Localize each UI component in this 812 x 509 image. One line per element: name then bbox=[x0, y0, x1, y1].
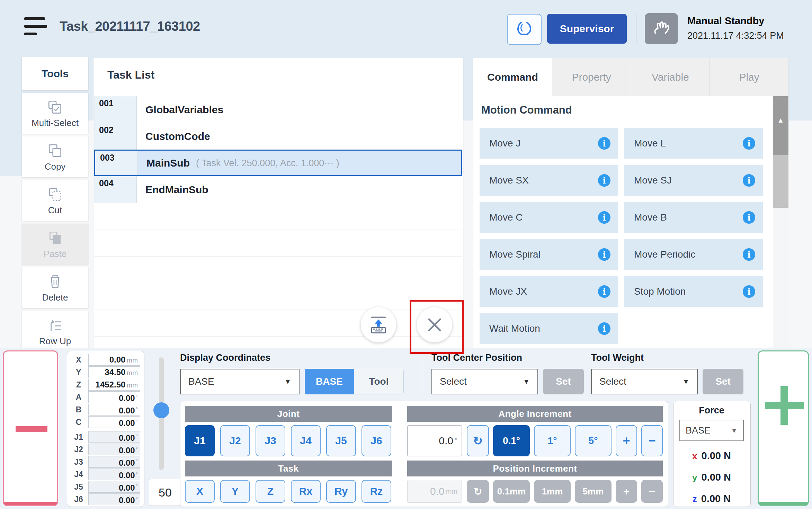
jog-task-z[interactable]: Z bbox=[256, 480, 285, 503]
gripper-button[interactable] bbox=[507, 14, 542, 45]
info-icon[interactable]: i bbox=[743, 137, 755, 150]
tool-cut-button[interactable]: Cut bbox=[22, 180, 88, 221]
hamburger-menu-button[interactable] bbox=[24, 17, 48, 40]
tool-weight-select[interactable]: Select ▼ bbox=[591, 369, 698, 394]
task-row-003-selected[interactable]: 003 MainSub ( Task Vel. 250.000, Acc. 1.… bbox=[94, 150, 462, 176]
axis-label: J2 bbox=[70, 444, 87, 456]
command-move-spiral[interactable]: Move Spirali bbox=[480, 239, 618, 270]
task-row-name: CustomCode bbox=[137, 123, 462, 150]
toggle-tool[interactable]: Tool bbox=[354, 369, 404, 394]
command-move-periodic[interactable]: Move Periodici bbox=[624, 239, 763, 270]
position-increment-header: Position Increment bbox=[407, 461, 663, 476]
position-increment-5mm[interactable]: 5mm bbox=[575, 480, 612, 503]
info-icon[interactable]: i bbox=[598, 211, 610, 224]
jog-button-label: Z bbox=[267, 485, 274, 497]
tab-property[interactable]: Property bbox=[552, 58, 631, 96]
command-wait-motion[interactable]: Wait Motioni bbox=[480, 313, 618, 344]
task-row-004[interactable]: 004 EndMainSub bbox=[94, 176, 462, 203]
task-list-title: Task List bbox=[107, 69, 154, 81]
info-icon[interactable]: i bbox=[743, 248, 755, 261]
tool-weight-set-button[interactable]: Set bbox=[703, 369, 743, 394]
info-icon[interactable]: i bbox=[598, 248, 610, 261]
jog-task-rz[interactable]: Rz bbox=[362, 480, 391, 503]
gripper-icon bbox=[515, 20, 533, 38]
increment-label: 1° bbox=[548, 435, 557, 446]
command-stop-motion[interactable]: Stop Motioni bbox=[624, 276, 763, 307]
angle-increment-5[interactable]: 5° bbox=[575, 425, 612, 456]
command-move-c[interactable]: Move Ci bbox=[480, 202, 618, 233]
coord-row-j5: J5 0.00° bbox=[70, 481, 140, 493]
position-increment-0-1mm[interactable]: 0.1mm bbox=[493, 480, 530, 503]
command-move-sx[interactable]: Move SXi bbox=[480, 165, 618, 196]
angle-increment-plus[interactable]: + bbox=[616, 425, 637, 456]
position-increment-1mm[interactable]: 1mm bbox=[534, 480, 571, 503]
virtual-keyboard-button[interactable] bbox=[361, 307, 396, 342]
info-icon[interactable]: i bbox=[598, 174, 610, 187]
tool-copy-button[interactable]: Copy bbox=[22, 136, 88, 177]
info-icon[interactable]: i bbox=[598, 137, 610, 150]
jog-joint-j2[interactable]: J2 bbox=[220, 425, 250, 456]
angle-increment-0-1[interactable]: 0.1° bbox=[493, 425, 530, 456]
tool-delete-button[interactable]: Delete bbox=[22, 267, 88, 308]
manual-mode-button[interactable] bbox=[645, 13, 678, 44]
tab-command[interactable]: Command bbox=[473, 58, 552, 96]
info-icon[interactable]: i bbox=[598, 322, 610, 335]
position-reset-button[interactable]: ↻ bbox=[467, 480, 489, 503]
info-icon[interactable]: i bbox=[743, 285, 755, 298]
position-increment-minus[interactable]: − bbox=[641, 480, 663, 503]
display-coordinates-label: Display Coordinates bbox=[180, 352, 270, 363]
jog-task-y[interactable]: Y bbox=[220, 480, 250, 503]
jog-joint-j5[interactable]: J5 bbox=[326, 425, 356, 456]
tool-center-position-select[interactable]: Select ▼ bbox=[431, 369, 538, 394]
command-move-sj[interactable]: Move SJi bbox=[624, 165, 763, 196]
command-label: Wait Motion bbox=[489, 323, 540, 334]
value-text: 0.00 bbox=[109, 355, 126, 364]
position-increment-plus[interactable]: + bbox=[616, 480, 637, 503]
force-frame-select[interactable]: BASE ▼ bbox=[679, 420, 744, 441]
info-icon[interactable]: i bbox=[598, 285, 610, 298]
info-icon[interactable]: i bbox=[743, 174, 755, 187]
command-move-l[interactable]: Move Li bbox=[624, 128, 763, 159]
task-row-001[interactable]: 001 GlobalVariables bbox=[94, 96, 462, 123]
supervisor-button[interactable]: Supervisor bbox=[547, 14, 627, 44]
angle-increment-input[interactable]: 0.0° bbox=[407, 425, 462, 456]
command-move-j[interactable]: Move Ji bbox=[480, 128, 618, 159]
command-move-b[interactable]: Move Bi bbox=[624, 202, 763, 233]
speed-slider-knob[interactable] bbox=[153, 402, 169, 418]
tool-center-position-set-button[interactable]: Set bbox=[543, 369, 584, 394]
angle-increment-minus[interactable]: − bbox=[641, 425, 663, 456]
task-row-002[interactable]: 002 CustomCode bbox=[94, 123, 462, 150]
jog-joint-j3[interactable]: J3 bbox=[256, 425, 285, 456]
value-text: 0.00 bbox=[119, 458, 135, 467]
jog-joint-j4[interactable]: J4 bbox=[291, 425, 321, 456]
jog-minus-button[interactable] bbox=[3, 350, 58, 506]
jog-task-rx[interactable]: Rx bbox=[291, 480, 321, 503]
value-text: 0.00 bbox=[119, 406, 135, 415]
toggle-base[interactable]: BASE bbox=[305, 369, 354, 394]
display-coordinates-select[interactable]: BASE ▼ bbox=[180, 369, 300, 394]
info-icon[interactable]: i bbox=[743, 211, 755, 224]
angle-increment-1[interactable]: 1° bbox=[534, 425, 571, 456]
speed-value-box[interactable]: 50 bbox=[149, 479, 181, 506]
position-increment-input[interactable]: 0.0mm bbox=[407, 480, 462, 503]
value-text: 0.00 bbox=[119, 495, 135, 505]
command-scrollbar-up-button[interactable]: ▲ bbox=[773, 96, 788, 155]
tab-play[interactable]: Play bbox=[710, 58, 788, 96]
tool-paste-button[interactable]: Paste bbox=[22, 224, 88, 265]
tool-multi-select-button[interactable]: Multi-Select bbox=[22, 93, 88, 134]
command-scrollbar-thumb[interactable] bbox=[773, 155, 788, 208]
tab-variable[interactable]: Variable bbox=[631, 58, 710, 96]
jog-task-ry[interactable]: Ry bbox=[326, 480, 356, 503]
axis-value: 0.00° bbox=[88, 481, 140, 493]
angle-reset-button[interactable]: ↻ bbox=[467, 425, 489, 456]
jog-plus-button[interactable] bbox=[758, 350, 809, 506]
command-move-jx[interactable]: Move JXi bbox=[480, 276, 618, 307]
axis-label: C bbox=[70, 416, 87, 428]
jog-joint-j6[interactable]: J6 bbox=[362, 425, 391, 456]
jog-task-x[interactable]: X bbox=[185, 480, 215, 503]
jog-button-label: J6 bbox=[371, 435, 382, 447]
command-label: Move J bbox=[489, 138, 520, 149]
position-increment-title: Position Increment bbox=[493, 463, 577, 474]
tool-row-up-button[interactable]: Row Up bbox=[22, 311, 88, 348]
jog-joint-j1[interactable]: J1 bbox=[185, 425, 215, 456]
